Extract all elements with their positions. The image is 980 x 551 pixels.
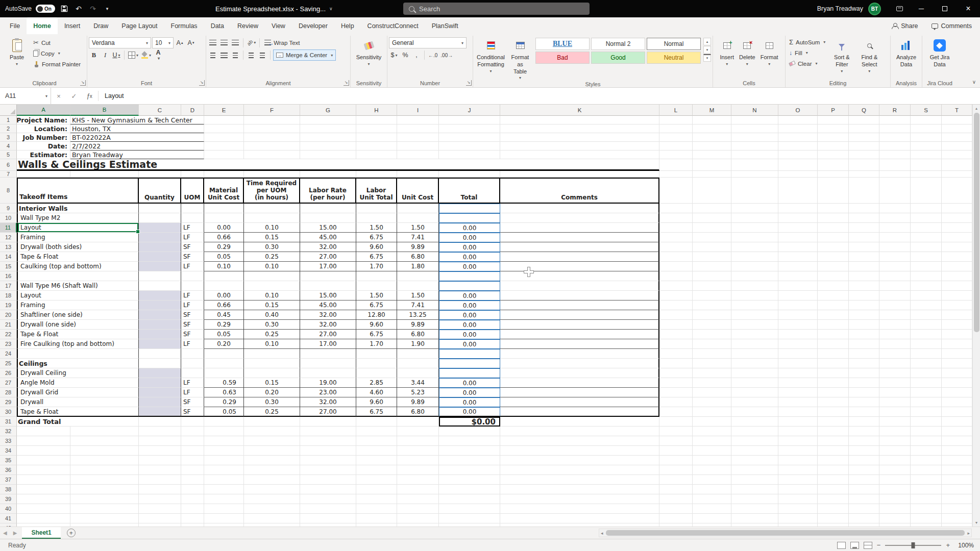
row-header-9[interactable]: 9	[0, 204, 17, 213]
value-cell[interactable]	[244, 213, 300, 223]
cell[interactable]	[139, 417, 181, 427]
cell[interactable]	[731, 204, 778, 213]
value-cell[interactable]: 1.70	[356, 339, 397, 349]
cell[interactable]	[818, 407, 849, 417]
format-painter-button[interactable]: Format Painter	[31, 59, 83, 69]
cell[interactable]	[659, 242, 693, 252]
row-header-19[interactable]: 19	[0, 300, 17, 310]
scroll-right-icon[interactable]: ▸	[966, 531, 971, 536]
cell[interactable]	[911, 456, 942, 465]
cell[interactable]	[818, 388, 849, 397]
cell[interactable]	[942, 178, 972, 204]
cell[interactable]	[693, 171, 731, 178]
cell[interactable]	[911, 514, 942, 523]
value-cell[interactable]: 9.89	[397, 320, 439, 330]
cell[interactable]	[942, 171, 972, 178]
cell[interactable]	[731, 446, 778, 456]
ribbon-tab-page-layout[interactable]: Page Layout	[115, 17, 164, 34]
cell[interactable]	[659, 504, 693, 514]
insert-function-icon[interactable]: ƒx	[82, 88, 97, 104]
cell[interactable]	[778, 397, 818, 407]
underline-button[interactable]: U	[111, 50, 121, 60]
cell[interactable]	[911, 349, 942, 359]
cell[interactable]	[849, 330, 879, 339]
value-cell[interactable]: 3.44	[397, 378, 439, 388]
uom-cell[interactable]: SF	[181, 407, 204, 417]
cell[interactable]	[818, 456, 849, 465]
takeoff-item-cell[interactable]: Layout	[17, 223, 139, 233]
cell[interactable]	[659, 427, 693, 436]
cell[interactable]	[693, 213, 731, 223]
cell[interactable]	[70, 475, 139, 485]
document-title-area[interactable]: Estimate Spreadsheet.xlsx - Saving... ∨	[215, 0, 333, 17]
cell[interactable]	[849, 242, 879, 252]
value-cell[interactable]: 9.60	[356, 320, 397, 330]
cell[interactable]	[204, 436, 244, 446]
column-header-N[interactable]: N	[731, 105, 778, 116]
cell[interactable]	[731, 223, 778, 233]
cell[interactable]	[244, 124, 300, 133]
cell[interactable]	[731, 133, 778, 142]
cell[interactable]	[849, 359, 879, 368]
cell[interactable]	[778, 233, 818, 242]
cell[interactable]	[244, 494, 300, 504]
cell[interactable]	[879, 281, 911, 291]
cell[interactable]	[693, 281, 731, 291]
cell[interactable]	[778, 514, 818, 523]
cell[interactable]	[778, 133, 818, 142]
column-header-F[interactable]: F	[244, 105, 300, 116]
grand-total-label[interactable]: Grand Total	[17, 417, 139, 427]
cell[interactable]	[942, 407, 972, 417]
cell[interactable]	[693, 142, 731, 151]
cell[interactable]	[879, 514, 911, 523]
cell[interactable]	[911, 281, 942, 291]
cell-style-blue[interactable]: BLUE	[535, 38, 590, 50]
cell[interactable]	[731, 359, 778, 368]
total-cell[interactable]: 0.00	[439, 397, 500, 407]
cell[interactable]	[397, 133, 439, 142]
total-cell[interactable]: 0.00	[439, 339, 500, 349]
cell[interactable]	[693, 242, 731, 252]
cut-button[interactable]: Cut	[31, 37, 83, 48]
cell[interactable]	[911, 320, 942, 330]
value-cell[interactable]	[397, 281, 439, 291]
column-header-D[interactable]: D	[181, 105, 204, 116]
sort-filter-button[interactable]: Sort & Filter	[828, 36, 855, 74]
cell[interactable]	[693, 475, 731, 485]
cell[interactable]	[731, 494, 778, 504]
cell[interactable]	[778, 349, 818, 359]
cell[interactable]	[818, 213, 849, 223]
cell[interactable]	[778, 388, 818, 397]
cell[interactable]	[397, 514, 439, 523]
value-cell[interactable]: 0.05	[204, 252, 244, 262]
cell[interactable]	[849, 271, 879, 281]
cell[interactable]	[778, 300, 818, 310]
cell[interactable]	[942, 223, 972, 233]
value-cell[interactable]: 1.50	[397, 291, 439, 300]
cell[interactable]	[204, 456, 244, 465]
value-cell[interactable]: 0.63	[204, 388, 244, 397]
collapse-ribbon-icon[interactable]: ∨	[972, 79, 976, 85]
cell[interactable]	[911, 475, 942, 485]
project-info-label[interactable]: Location:	[17, 124, 70, 133]
quantity-cell[interactable]	[139, 378, 181, 388]
cell[interactable]	[818, 178, 849, 204]
value-cell[interactable]: 0.10	[244, 262, 300, 271]
cell[interactable]	[659, 223, 693, 233]
cell[interactable]	[849, 151, 879, 159]
cell[interactable]	[731, 427, 778, 436]
cell[interactable]	[778, 142, 818, 151]
cell[interactable]	[204, 116, 244, 124]
row-header-10[interactable]: 10	[0, 213, 17, 223]
row-header-29[interactable]: 29	[0, 397, 17, 407]
value-cell[interactable]	[204, 359, 244, 368]
uom-cell[interactable]: LF	[181, 378, 204, 388]
cell[interactable]	[693, 436, 731, 446]
cell[interactable]	[879, 271, 911, 281]
decrease-decimal-icon[interactable]: .00→	[439, 50, 454, 60]
cell[interactable]	[300, 456, 356, 465]
cell[interactable]	[659, 378, 693, 388]
value-cell[interactable]: 6.75	[356, 330, 397, 339]
cell[interactable]	[942, 397, 972, 407]
cell[interactable]	[397, 465, 439, 475]
